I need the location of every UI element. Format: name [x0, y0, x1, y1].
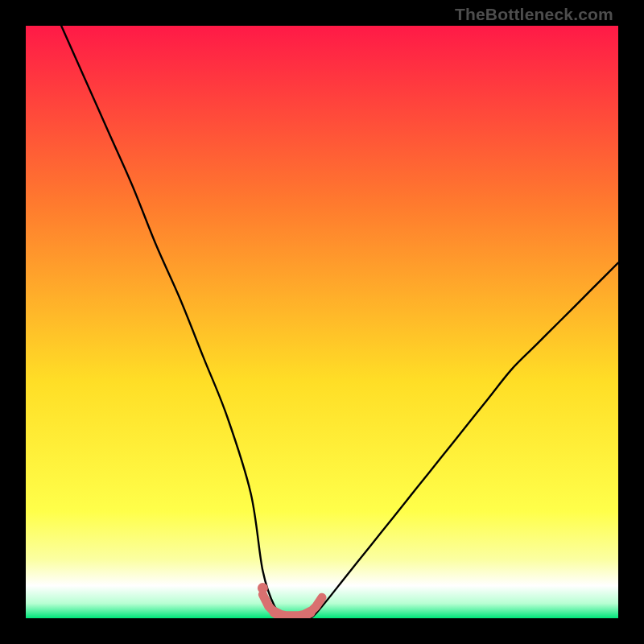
- optimal-range-right-stub: [310, 597, 322, 612]
- optimal-range-bar: [275, 613, 310, 617]
- plot-area: [26, 26, 618, 618]
- optimal-markers: [26, 26, 618, 618]
- watermark-text: TheBottleneck.com: [455, 5, 613, 24]
- optimal-range-dot: [258, 583, 268, 593]
- optimal-range-left-stub: [262, 595, 275, 613]
- chart-frame: TheBottleneck.com: [0, 0, 644, 644]
